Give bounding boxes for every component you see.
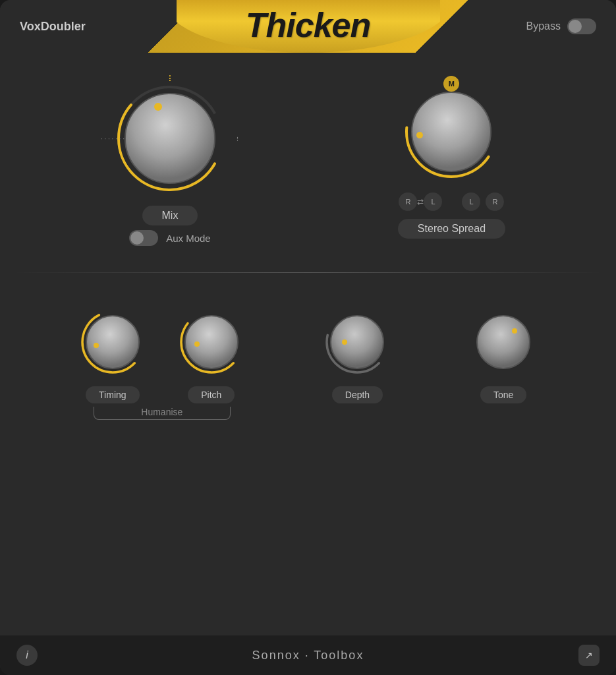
aux-mode-label: Aux Mode: [166, 233, 211, 244]
mix-label: Mix: [142, 206, 198, 225]
stereo-r-label: R: [405, 198, 410, 206]
mix-top-ticks: ⫶: [167, 73, 172, 83]
svg-point-3: [154, 103, 162, 111]
depth-knob-svg: [321, 306, 393, 378]
mix-left-ticks: · · · · · · ·: [101, 135, 125, 142]
tone-knob[interactable]: [467, 306, 540, 378]
pitch-knob[interactable]: [175, 306, 248, 378]
depth-group: Depth: [321, 306, 393, 403]
footer-brand: Sonnox · Toolbox: [252, 649, 364, 662]
stereo-spread-knob-svg: [399, 79, 504, 185]
mix-right-ticks: ⫶: [236, 135, 239, 142]
depth-label: Depth: [332, 386, 383, 403]
humanise-label-row: Humanise: [76, 407, 248, 417]
svg-point-2: [125, 94, 215, 183]
m-badge[interactable]: M: [443, 76, 459, 92]
top-section: ⫶ · · · · · · · ⫶: [26, 66, 590, 259]
info-button[interactable]: i: [16, 645, 38, 666]
expand-icon: ↗: [585, 650, 593, 660]
pitch-label: Pitch: [188, 386, 235, 403]
humanise-text: Humanise: [136, 407, 188, 417]
depth-knob[interactable]: [321, 306, 393, 378]
stereo-swap-icon[interactable]: ⇄: [417, 197, 424, 206]
stereo-r-right-button[interactable]: R: [486, 192, 504, 211]
tone-knob-svg: [467, 306, 540, 378]
svg-point-11: [185, 316, 238, 368]
info-icon: i: [26, 649, 28, 661]
mix-knob[interactable]: ⫶ · · · · · · · ⫶: [111, 79, 229, 198]
pitch-knob-svg: [175, 306, 248, 378]
svg-point-16: [477, 316, 530, 368]
svg-point-15: [342, 339, 347, 345]
svg-point-17: [512, 328, 517, 334]
stereo-r-right-label: R: [492, 198, 497, 206]
pitch-group: Pitch: [175, 306, 248, 403]
svg-point-6: [416, 132, 423, 138]
stereo-l-left-button[interactable]: L: [424, 192, 442, 211]
expand-button[interactable]: ↗: [578, 645, 600, 666]
main-content: ⫶ · · · · · · · ⫶: [0, 53, 616, 635]
stereo-l-right-button[interactable]: L: [462, 192, 480, 211]
timing-group: Timing: [76, 306, 149, 403]
timing-knob-svg: [76, 306, 149, 378]
tone-label: Tone: [480, 386, 526, 403]
mix-knob-svg: [111, 79, 229, 198]
stereo-r-button[interactable]: R: [399, 192, 417, 211]
stereo-controls: R ⇄ L L R: [399, 192, 504, 211]
aux-mode-toggle[interactable]: [129, 230, 158, 246]
title-area: Thicken: [177, 0, 440, 53]
plugin-window: VoxDoubler Thicken Bypass ⫶ · · · · · · …: [0, 0, 616, 675]
stereo-spread-group: M: [398, 79, 505, 239]
aux-mode-section: Aux Mode: [129, 230, 211, 246]
svg-point-8: [86, 316, 139, 368]
stereo-spread-knob[interactable]: M: [399, 79, 504, 185]
header: VoxDoubler Thicken Bypass: [0, 0, 616, 53]
stereo-l-right-label: L: [469, 198, 473, 206]
timing-knob[interactable]: [76, 306, 149, 378]
stereo-spread-label: Stereo Spread: [398, 219, 505, 239]
brand-name: VoxDoubler: [20, 20, 86, 34]
bypass-label: Bypass: [526, 20, 561, 32]
svg-point-9: [94, 343, 99, 348]
bottom-section: Timing: [26, 286, 590, 424]
svg-point-12: [194, 341, 200, 347]
humanise-knobs: Timing: [76, 306, 248, 403]
tone-group: Tone: [467, 306, 540, 403]
stereo-l-left-label: L: [431, 198, 435, 206]
humanise-section: Timing: [76, 306, 248, 417]
section-divider: [13, 272, 603, 273]
bypass-section: Bypass: [526, 18, 596, 34]
bypass-toggle[interactable]: [567, 18, 596, 34]
timing-label: Timing: [86, 386, 140, 403]
svg-point-5: [412, 92, 491, 171]
footer: i Sonnox · Toolbox ↗: [0, 635, 616, 675]
mix-group: ⫶ · · · · · · · ⫶: [111, 79, 229, 246]
svg-point-14: [331, 316, 383, 368]
plugin-title: Thicken: [246, 5, 371, 45]
